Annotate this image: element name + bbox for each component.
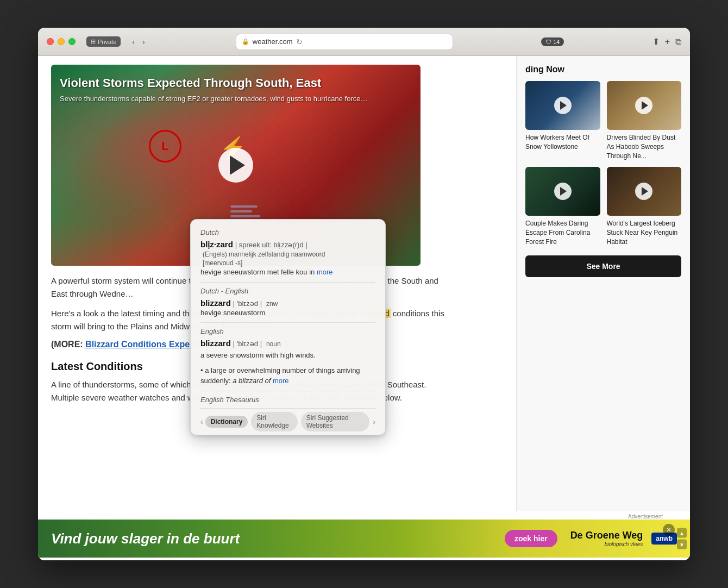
ad-logo-text: De Groene Weg [570, 530, 643, 541]
dict-de-entry: blizzard | 'blɪzəd | znw hevige sneeuwst… [200, 298, 375, 318]
dict-def-en2-italic: a blizzard of [233, 377, 271, 385]
title-bar: ⊞ Private ‹ › 🔒 weather.com ↻ 🛡 14 ⬆ + ⧉ [38, 28, 690, 56]
new-tab-button[interactable]: + [665, 36, 670, 47]
main-content: Violent Storms Expected Through South, E… [38, 56, 516, 511]
sidebar-section-title: ding Now [525, 65, 681, 74]
news-caption-2: Drivers Blinded By Dust As Haboob Sweeps… [607, 133, 682, 160]
dict-def-de: hevige sneeuwstorm [200, 309, 265, 317]
dict-phonetic-de: | 'blɪzəd | [233, 299, 262, 308]
dict-word-de: blizzard [200, 298, 231, 308]
lock-icon: 🔒 [242, 38, 249, 45]
play-overlay-3 [525, 167, 600, 216]
content-area: Violent Storms Expected Through South, E… [38, 56, 690, 511]
dict-divider-1 [200, 282, 375, 283]
tab-label: Private [98, 39, 116, 45]
news-caption-3: Couple Makes Daring Escape From Carolina… [525, 219, 600, 246]
ad-close-button[interactable]: ✕ [663, 524, 675, 536]
dict-word-dutch: blịz·zard [200, 240, 233, 249]
dict-divider-2 [200, 322, 375, 323]
play-overlay-2 [607, 81, 682, 130]
play-button[interactable] [218, 148, 253, 183]
dict-en-entry: blizzard | 'blɪzəd | noun a severe snows… [200, 339, 375, 386]
dict-section-thesaurus: English Thesaurus [200, 396, 375, 404]
ad-anwb-badge: anwb [651, 533, 677, 545]
dict-section-de: Dutch - English [200, 287, 375, 295]
dictionary-popup: Dutch blịz·zard | spreek uit: blịzzə(r)d… [190, 219, 386, 435]
dict-tab-siri-websites[interactable]: Siri Suggested Websites [301, 412, 370, 431]
traffic-lights [47, 38, 76, 45]
ad-cta-button[interactable]: zoek hier [505, 530, 557, 547]
tabs-overview-button[interactable]: ⧉ [675, 36, 681, 47]
maximize-button[interactable] [68, 38, 76, 45]
news-card-1[interactable]: How Workers Meet Of Snow Yellowstone [525, 81, 600, 160]
dict-tabs: ‹ Dictionary Siri Knowledge Siri Suggest… [200, 408, 375, 435]
nav-arrows: ‹ › [129, 36, 147, 47]
dict-plural: [meervoud -s] [203, 259, 242, 267]
dict-def-dutch-text: hevige sneeuwstorm met felle kou in [200, 268, 315, 276]
dict-word-en: blizzard [200, 339, 231, 348]
ad-banner: Vind jouw slager in de buurt zoek hier D… [38, 520, 690, 558]
close-button[interactable] [47, 38, 54, 45]
news-thumb-3 [525, 167, 600, 216]
ad-logo: De Groene Weg biologisch vlees [570, 530, 643, 547]
shield-icon: 🛡 [545, 39, 551, 45]
news-card-4[interactable]: World's Largest Iceberg Stuck Near Key P… [607, 167, 682, 246]
ad-main-text: Vind jouw slager in de buurt [51, 530, 505, 547]
wind-line [230, 215, 260, 217]
minimize-button[interactable] [58, 38, 65, 45]
dict-abbrev-de: znw [266, 300, 278, 308]
low-pressure-icon: L [149, 130, 181, 162]
play-circle-1 [554, 97, 572, 114]
dict-more-link-dutch[interactable]: more [317, 268, 333, 276]
sidebar: ding Now How Workers Meet Of Snow Yellow… [516, 56, 690, 511]
ad-label: Advertisement [38, 511, 690, 520]
ad-scroll-up[interactable]: ▲ [677, 528, 687, 538]
back-button[interactable]: ‹ [129, 36, 137, 47]
private-tab[interactable]: ⊞ Private [86, 36, 121, 47]
ad-container-wrapper: Advertisement Vind jouw slager in de buu… [38, 511, 690, 560]
dict-section-en: English [200, 327, 375, 335]
news-thumb-1 [525, 81, 600, 130]
news-card-2[interactable]: Drivers Blinded By Dust As Haboob Sweeps… [607, 81, 682, 160]
reload-button[interactable]: ↻ [296, 37, 303, 46]
hero-title-overlay: Violent Storms Expected Through South, E… [60, 76, 388, 103]
play-circle-4 [635, 183, 652, 200]
dict-def-en1: a severe snowstorm with high winds. [200, 350, 375, 361]
dict-dutch-entry: blịz·zard | spreek uit: blịzzə(r)d | (En… [200, 240, 375, 278]
dict-tab-siri-knowledge[interactable]: Siri Knowledge [251, 412, 297, 431]
shield-count: 14 [553, 39, 560, 45]
dict-more-link-en[interactable]: more [273, 377, 289, 385]
dict-tab-left-arrow[interactable]: ‹ [200, 417, 203, 426]
news-caption-1: How Workers Meet Of Snow Yellowstone [525, 133, 600, 152]
share-button[interactable]: ⬆ [652, 36, 660, 47]
tab-icon: ⊞ [91, 38, 96, 45]
dict-phonetic-dutch: | spreek uit: blịzzə(r)d | [235, 241, 307, 249]
ad-scroll-down[interactable]: ▼ [677, 540, 687, 549]
ad-scroll-controls: ▲ ▼ [675, 526, 689, 552]
dict-def-en2: • a large or overwhelming number of thin… [200, 365, 375, 386]
play-circle-3 [554, 183, 572, 200]
dict-section-dutch: Dutch [200, 228, 375, 236]
url-bar[interactable]: 🔒 weather.com ↻ [236, 34, 453, 50]
shield-badge[interactable]: 🛡 14 [541, 37, 564, 46]
hero-subtitle: Severe thunderstorms capable of strong E… [60, 95, 388, 103]
news-thumb-2 [607, 81, 682, 130]
play-overlay-1 [525, 81, 600, 130]
dict-tab-dictionary[interactable]: Dictionary [205, 416, 248, 428]
news-thumb-4 [607, 167, 682, 216]
news-card-3[interactable]: Couple Makes Daring Escape From Carolina… [525, 167, 600, 246]
dict-type-dutch: (Engels) mannelijk zelfstandig naamwoord [203, 251, 325, 258]
wind-line [230, 205, 258, 208]
play-overlay-4 [607, 167, 682, 216]
dict-phonetic-en: | 'blɪzəd | [233, 340, 262, 348]
ad-logo-sub: biologisch vlees [605, 541, 643, 547]
play-circle-2 [635, 97, 652, 114]
forward-button[interactable]: › [140, 36, 148, 47]
url-text: weather.com [253, 37, 293, 46]
dict-type-en: noun [266, 340, 281, 348]
see-more-button[interactable]: See More [525, 255, 681, 277]
dict-def-dutch: hevige sneeuwstorm met felle kou in more [200, 268, 333, 276]
dict-tab-right-arrow[interactable]: › [373, 417, 375, 426]
toolbar-right: ⬆ + ⧉ [652, 36, 681, 47]
wind-line [230, 210, 252, 212]
